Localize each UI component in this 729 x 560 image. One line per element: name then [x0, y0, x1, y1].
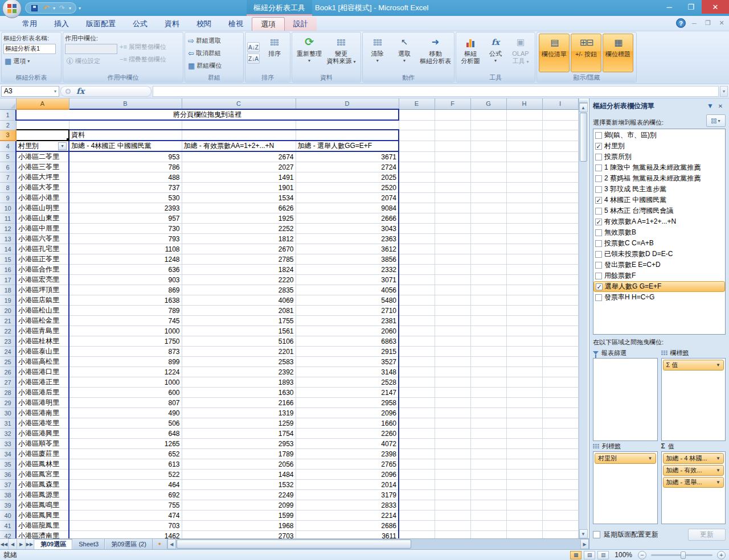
row-header-37[interactable]: 37 — [0, 480, 16, 490]
horizontal-scroll-thumb[interactable] — [177, 540, 411, 549]
value-cell[interactable]: 464 — [69, 480, 182, 490]
value-cell[interactable]: 1248 — [69, 254, 182, 265]
value-cell[interactable]: 737 — [69, 183, 182, 193]
value-cell[interactable]: 2666 — [296, 213, 399, 224]
value-cell[interactable]: 745 — [69, 316, 182, 326]
field-item[interactable]: ✓有效票數A A=1+2+...+N — [593, 216, 725, 227]
value-cell[interactable]: 2056 — [182, 459, 296, 470]
value-cell[interactable]: 1893 — [182, 377, 296, 388]
cell[interactable] — [506, 326, 542, 336]
village-cell[interactable]: 小港區鳳林里 — [16, 459, 69, 470]
column-field-chip[interactable]: Σ 值▼ — [663, 360, 724, 370]
value-cell[interactable]: 1319 — [182, 408, 296, 418]
value-cell[interactable]: 1462 — [69, 531, 182, 539]
cell[interactable] — [470, 408, 506, 418]
help-icon[interactable]: ? — [676, 18, 686, 28]
cell[interactable] — [435, 398, 470, 408]
cell[interactable] — [470, 193, 506, 203]
cell[interactable] — [399, 285, 435, 295]
cell[interactable] — [470, 285, 506, 295]
field-item[interactable]: 投票數C C=A+B — [593, 238, 725, 249]
value-cell[interactable]: 2520 — [296, 183, 399, 193]
village-cell[interactable]: 小港區松金里 — [16, 316, 69, 326]
value-cell[interactable]: 2201 — [182, 347, 296, 357]
column-labels-area[interactable]: Σ 值▼ — [661, 358, 726, 441]
village-cell[interactable]: 小港區高松里 — [16, 357, 69, 367]
column-header-C[interactable]: C — [182, 98, 296, 109]
chip-dropdown-icon[interactable]: ▼ — [716, 480, 720, 485]
value-cell[interactable]: 6626 — [182, 203, 296, 213]
cell[interactable] — [542, 388, 578, 398]
value-cell[interactable]: 5106 — [182, 336, 296, 347]
checkbox-icon[interactable] — [595, 262, 602, 269]
undo-dropdown[interactable]: ▾ — [53, 6, 55, 11]
row-header-32[interactable]: 32 — [0, 429, 16, 439]
sort-button[interactable]: 排序 — [261, 34, 288, 72]
cell[interactable] — [542, 203, 578, 213]
cell[interactable] — [542, 285, 578, 295]
zoom-slider[interactable] — [651, 554, 712, 556]
value-cell[interactable]: 2332 — [296, 265, 399, 275]
page-break-view-button[interactable]: ▥ — [597, 551, 609, 559]
cell[interactable] — [470, 418, 506, 429]
value-cell[interactable]: 703 — [69, 521, 182, 531]
value-cell[interactable]: 2670 — [182, 244, 296, 254]
column-header-I[interactable]: I — [542, 98, 578, 109]
cell[interactable] — [435, 449, 470, 459]
value-field-chip[interactable]: 加總 - 選舉...▼ — [663, 477, 724, 488]
value-cell[interactable]: 3671 — [296, 151, 399, 162]
value-cell[interactable]: 2074 — [296, 193, 399, 203]
field-item[interactable]: 2 蔡媽福 無黨籍及未經政黨推薦 — [593, 173, 725, 184]
village-cell[interactable]: 小港區順苓里 — [16, 439, 69, 449]
value-cell[interactable]: 1532 — [182, 480, 296, 490]
sort-asc-button[interactable]: A↓Z — [247, 42, 260, 52]
cell[interactable] — [399, 347, 435, 357]
normal-view-button[interactable]: ▦ — [570, 551, 581, 559]
cell[interactable] — [399, 244, 435, 254]
cell[interactable] — [399, 357, 435, 367]
value-cell[interactable]: 869 — [69, 285, 182, 295]
value-cell[interactable]: 2724 — [296, 162, 399, 172]
row-header-36[interactable]: 36 — [0, 470, 16, 480]
value-cell[interactable]: 648 — [69, 429, 182, 439]
field-item[interactable]: 1 陳致中 無黨籍及未經政黨推薦 — [593, 162, 725, 173]
row-labels-area[interactable]: 村里別▼ — [593, 451, 658, 524]
cell[interactable] — [542, 367, 578, 377]
value-cell[interactable]: 3179 — [296, 490, 399, 500]
cell[interactable] — [399, 439, 435, 449]
village-cell[interactable]: 小港區鳳森里 — [16, 480, 69, 490]
cell[interactable] — [542, 183, 578, 193]
cell[interactable] — [435, 510, 470, 521]
field-item[interactable]: ✓村里別 — [593, 141, 725, 151]
cell[interactable] — [470, 521, 506, 531]
cell[interactable] — [399, 500, 435, 510]
cell[interactable] — [542, 336, 578, 347]
village-cell[interactable]: 小港區港明里 — [16, 398, 69, 408]
zoom-out-button[interactable]: − — [638, 551, 646, 559]
value-cell[interactable]: 953 — [69, 151, 182, 162]
cell[interactable] — [470, 130, 506, 141]
value-cell[interactable]: 2220 — [182, 275, 296, 285]
ribbon-tab-插入[interactable]: 插入 — [46, 17, 77, 31]
village-cell[interactable]: 小港區二苓里 — [16, 151, 69, 162]
cell[interactable] — [542, 120, 578, 130]
cell[interactable] — [435, 316, 470, 326]
value-cell[interactable]: 2958 — [296, 398, 399, 408]
ribbon-tab-校閱[interactable]: 校閱 — [188, 17, 220, 31]
checkbox-icon[interactable] — [595, 186, 602, 193]
cell[interactable] — [542, 275, 578, 285]
value-cell[interactable]: 1484 — [182, 470, 296, 480]
cell[interactable] — [399, 295, 435, 306]
undo-button[interactable]: ↶ — [41, 3, 51, 13]
cell[interactable] — [542, 213, 578, 224]
zoom-in-button[interactable]: + — [717, 551, 726, 559]
cell[interactable] — [399, 183, 435, 193]
cell[interactable] — [542, 510, 578, 521]
group-item-2[interactable]: ⇦取消群組 — [187, 47, 223, 59]
olap-tools-button[interactable]: ▣ OLAP 工具 ▾ — [508, 34, 533, 72]
column-header-H[interactable]: H — [506, 98, 542, 109]
cell[interactable] — [399, 326, 435, 336]
cell[interactable] — [470, 234, 506, 244]
cell[interactable] — [470, 316, 506, 326]
cell[interactable] — [470, 357, 506, 367]
